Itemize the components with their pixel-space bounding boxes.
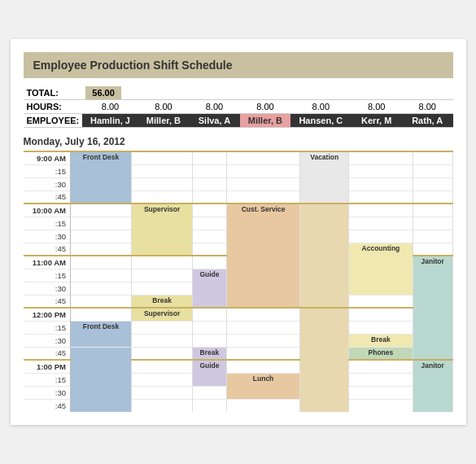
schedule-slot: [413, 204, 452, 217]
schedule-slot: Break: [348, 334, 413, 347]
schedule-slot: [193, 151, 227, 164]
schedule-slot: [193, 256, 227, 269]
schedule-slot: [348, 164, 413, 177]
schedule-slot: [348, 217, 413, 230]
time-cell: 1:00 PM: [24, 360, 71, 373]
time-cell: :15: [24, 373, 71, 386]
schedule-slot: [71, 282, 132, 295]
time-cell: 10:00 AM: [24, 204, 71, 217]
schedule-slot: [193, 190, 227, 204]
schedule-page: Employee Production Shift Schedule TOTAL…: [11, 39, 466, 425]
schedule-slot: [348, 177, 413, 190]
hours-kerr: 8.00: [351, 100, 402, 114]
schedule-slot: Front Desk: [71, 321, 132, 347]
schedule-slot: [132, 399, 193, 412]
schedule-slot: [71, 243, 132, 256]
time-cell: :45: [24, 190, 71, 204]
hours-hamlin: 8.00: [82, 100, 138, 114]
schedule-slot: [193, 243, 227, 256]
schedule-slot: [413, 177, 452, 190]
schedule-slot: [348, 399, 413, 412]
schedule-slot: Vacation: [300, 151, 348, 204]
time-cell: 12:00 PM: [24, 308, 71, 321]
hours-label: HOURS:: [24, 100, 83, 114]
schedule-slot: [71, 295, 132, 308]
time-cell: :15: [24, 164, 71, 177]
schedule-slot: [348, 373, 413, 386]
schedule-slot: [132, 360, 193, 373]
schedule-slot: [193, 164, 227, 177]
schedule-slot: Break: [132, 295, 193, 308]
schedule-slot: [226, 308, 300, 321]
schedule-slot: [226, 399, 300, 412]
time-cell: :45: [24, 295, 71, 308]
total-label: TOTAL:: [24, 86, 83, 100]
emp-silva: Silva, A: [189, 114, 240, 128]
schedule-slot: [71, 217, 132, 230]
time-cell: :15: [24, 269, 71, 282]
schedule-slot: [132, 164, 193, 177]
schedule-slot: [226, 321, 300, 334]
schedule-slot: [193, 334, 227, 347]
schedule-slot: [193, 217, 227, 230]
schedule-slot: [193, 399, 227, 412]
schedule-slot: [132, 282, 193, 295]
schedule-slot: [71, 256, 132, 269]
schedule-slot: [348, 308, 413, 321]
schedule-slot: [193, 177, 227, 190]
schedule-slot: [413, 217, 452, 230]
schedule-slot: [300, 204, 348, 308]
schedule-slot: [132, 347, 193, 360]
schedule-slot: [226, 177, 300, 190]
hours-silva: 8.00: [189, 100, 240, 114]
schedule-slot: Supervisor: [132, 308, 193, 321]
time-cell: :30: [24, 334, 71, 347]
schedule-slot: Guide: [193, 269, 227, 308]
emp-miller2: Miller, B: [240, 114, 291, 128]
schedule-slot: [348, 204, 413, 217]
emp-hamlin: Hamlin, J: [82, 114, 138, 128]
schedule-slot: [193, 308, 227, 321]
schedule-slot: [132, 321, 193, 334]
schedule-slot: Front Desk: [71, 151, 132, 204]
schedule-slot: [71, 308, 132, 321]
schedule-slot: Lunch: [226, 373, 300, 399]
emp-hansen: Hansen, C: [290, 114, 351, 128]
time-cell: :45: [24, 243, 71, 256]
schedule-slot: [226, 190, 300, 204]
schedule-slot: [193, 321, 227, 334]
schedule-slot: Phones: [348, 347, 413, 360]
schedule-slot: [348, 190, 413, 204]
schedule-slot: [132, 386, 193, 399]
time-cell: 9:00 AM: [24, 151, 71, 164]
time-cell: :30: [24, 282, 71, 295]
schedule-slot: [413, 243, 452, 256]
schedule-slot: [193, 386, 227, 399]
employee-label: EMPLOYEE:: [24, 114, 83, 128]
time-cell: :30: [24, 230, 71, 243]
emp-kerr: Kerr, M: [351, 114, 402, 128]
schedule-slot: [348, 295, 413, 308]
time-cell: :45: [24, 347, 71, 360]
schedule-slot: [193, 204, 227, 217]
schedule-slot: Guide: [193, 360, 227, 386]
total-value: 56.00: [85, 86, 121, 99]
schedule-slot: [348, 321, 413, 334]
schedule-slot: [226, 334, 300, 347]
schedule-slot: [413, 230, 452, 243]
summary-table: TOTAL: 56.00 HOURS: 8.00 8.00 8.00 8.00 …: [24, 86, 453, 128]
schedule-slot: [300, 308, 348, 412]
schedule-slot: Cust. Service: [226, 204, 300, 308]
schedule-slot: Janitor: [413, 360, 452, 412]
schedule-slot: [348, 230, 413, 243]
emp-rath: Rath, A: [402, 114, 453, 128]
schedule-slot: [226, 347, 300, 360]
time-cell: :30: [24, 386, 71, 399]
time-cell: :30: [24, 177, 71, 190]
time-cell: :15: [24, 321, 71, 334]
schedule-slot: [132, 151, 193, 164]
schedule-slot: [348, 151, 413, 164]
emp-miller1: Miller, B: [138, 114, 190, 128]
time-cell: :15: [24, 217, 71, 230]
schedule-slot: [132, 373, 193, 386]
